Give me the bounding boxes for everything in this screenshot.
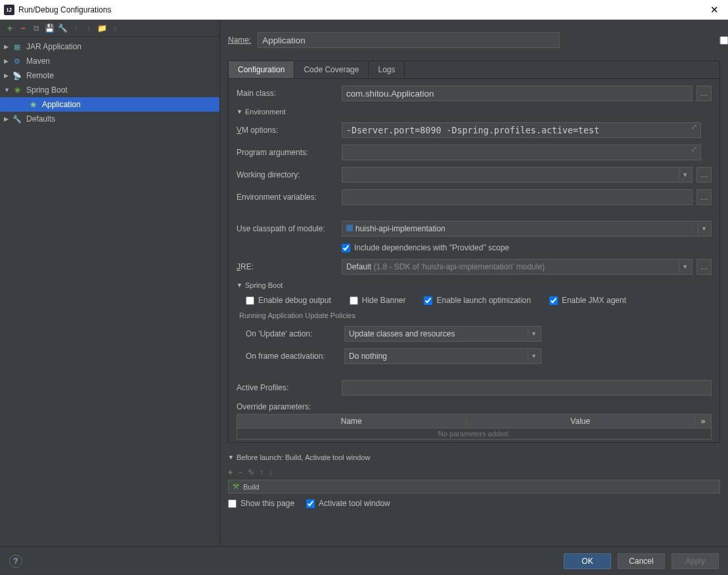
- window-title: Run/Debug Configurations: [18, 5, 705, 14]
- configuration-panel: Main class: … ▼Environment VM options: ⤢…: [228, 78, 720, 443]
- move-down-button[interactable]: ↓: [84, 24, 93, 33]
- remove-config-button[interactable]: −: [18, 24, 28, 33]
- spring-icon: ❀: [28, 99, 38, 110]
- name-label: Name:: [228, 35, 251, 45]
- tree-item-defaults[interactable]: ▶ 🔧 Defaults: [0, 112, 219, 126]
- enable-debug-checkbox[interactable]: Enable debug output: [246, 296, 331, 305]
- wrench-icon: 🔧: [12, 114, 22, 124]
- move-down-task-button[interactable]: ↓: [269, 468, 273, 477]
- tree-item-maven[interactable]: ▶ ⚙ Maven: [0, 54, 219, 68]
- tab-bar: Configuration Code Coverage Logs: [228, 60, 720, 78]
- add-config-button[interactable]: +: [5, 24, 14, 33]
- override-params-label: Override parameters:: [237, 402, 712, 411]
- chevron-down-icon: ▼: [4, 87, 12, 93]
- titlebar: IJ Run/Debug Configurations ✕: [0, 0, 728, 20]
- on-frame-label: On frame deactivation:: [246, 352, 344, 361]
- build-icon: ⚒: [233, 482, 239, 491]
- move-up-task-button[interactable]: ↑: [260, 468, 263, 477]
- tree-label: JAR Application: [26, 42, 81, 51]
- tree-label: Maven: [26, 57, 50, 66]
- browse-working-dir-button[interactable]: …: [696, 167, 712, 183]
- chevron-right-icon: ▶: [4, 58, 12, 64]
- program-args-input[interactable]: [342, 145, 701, 160]
- close-icon[interactable]: ✕: [705, 4, 724, 16]
- active-profiles-input[interactable]: [342, 380, 712, 396]
- on-update-label: On 'Update' action:: [246, 329, 344, 338]
- override-table-header: Name Value »: [237, 414, 712, 428]
- sort-icon[interactable]: ↕: [110, 24, 120, 33]
- on-frame-select[interactable]: Do nothing▼: [344, 348, 541, 364]
- maven-icon: ⚙: [12, 56, 22, 66]
- tree-label: Application: [42, 100, 81, 109]
- config-tree-panel: + − ⧉ 💾 🔧 ↑ ↓ 📁 ↕ ▶ ▦ JAR Application: [0, 20, 220, 546]
- tree-item-jar[interactable]: ▶ ▦ JAR Application: [0, 39, 219, 54]
- spring-icon: ❀: [12, 85, 22, 95]
- chevron-right-icon: ▶: [4, 72, 12, 79]
- jre-select[interactable]: Default (1.8 - SDK of 'huishi-api-implem…: [342, 259, 693, 275]
- apply-button[interactable]: Apply: [671, 553, 719, 569]
- share-checkbox[interactable]: Share: [573, 35, 728, 45]
- vm-options-input[interactable]: [342, 122, 701, 138]
- activate-tool-window-checkbox[interactable]: Activate tool window: [306, 499, 390, 508]
- classpath-select[interactable]: huishi-api-implementation▼: [342, 221, 712, 237]
- tree-label: Spring Boot: [26, 85, 68, 95]
- launch-opt-checkbox[interactable]: Enable launch optimization: [424, 296, 530, 305]
- dialog-footer: ? OK Cancel Apply: [0, 546, 728, 575]
- main-class-label: Main class:: [237, 89, 342, 98]
- tree-label: Defaults: [26, 114, 55, 124]
- copy-config-button[interactable]: ⧉: [32, 24, 41, 33]
- remove-task-button[interactable]: −: [238, 468, 242, 477]
- expand-icon[interactable]: »: [695, 417, 711, 426]
- config-tree[interactable]: ▶ ▦ JAR Application ▶ ⚙ Maven ▶ 📡 Remote: [0, 37, 219, 546]
- build-task-row[interactable]: ⚒ Build: [228, 480, 720, 494]
- include-provided-checkbox[interactable]: Include dependencies with "Provided" sco…: [342, 243, 509, 252]
- wrench-icon[interactable]: 🔧: [58, 24, 67, 33]
- tree-item-remote[interactable]: ▶ 📡 Remote: [0, 68, 219, 83]
- cancel-button[interactable]: Cancel: [618, 553, 665, 569]
- tree-toolbar: + − ⧉ 💾 🔧 ↑ ↓ 📁 ↕: [0, 20, 219, 37]
- browse-main-class-button[interactable]: …: [696, 85, 712, 101]
- program-args-label: Program arguments:: [237, 148, 342, 157]
- config-panel: Name: Share Single instance only Configu…: [220, 20, 728, 546]
- chevron-right-icon: ▶: [4, 43, 12, 50]
- main-class-input[interactable]: [342, 85, 693, 101]
- app-icon: IJ: [4, 5, 14, 15]
- active-profiles-label: Active Profiles:: [237, 383, 342, 392]
- tab-code-coverage[interactable]: Code Coverage: [294, 61, 369, 78]
- tree-item-application[interactable]: ❀ Application: [0, 97, 219, 112]
- tree-label: Remote: [26, 71, 54, 80]
- before-launch-section: ▼Before launch: Build, Activate tool win…: [228, 451, 720, 508]
- tab-logs[interactable]: Logs: [369, 61, 405, 78]
- help-button[interactable]: ?: [9, 555, 22, 568]
- folder-icon[interactable]: 📁: [97, 24, 106, 33]
- ok-button[interactable]: OK: [564, 553, 611, 569]
- chevron-right-icon: ▶: [4, 116, 12, 122]
- browse-env-vars-button[interactable]: …: [696, 189, 712, 205]
- edit-task-button[interactable]: ✎: [248, 468, 254, 477]
- update-policies-header: Running Application Update Policies: [239, 311, 712, 319]
- jmx-agent-checkbox[interactable]: Enable JMX agent: [549, 296, 626, 305]
- add-task-button[interactable]: +: [228, 468, 233, 477]
- tab-configuration[interactable]: Configuration: [229, 61, 294, 78]
- env-vars-input[interactable]: [342, 189, 693, 205]
- jar-icon: ▦: [12, 41, 22, 52]
- hide-banner-checkbox[interactable]: Hide Banner: [350, 296, 406, 305]
- browse-jre-button[interactable]: …: [696, 259, 712, 275]
- env-vars-label: Environment variables:: [237, 193, 342, 202]
- springboot-section[interactable]: ▼Spring Boot: [237, 281, 712, 289]
- vm-options-label: VM options:: [237, 126, 342, 135]
- override-table-empty: No parameters added.: [237, 428, 712, 440]
- classpath-label: Use classpath of module:: [237, 224, 342, 233]
- remote-icon: 📡: [12, 70, 22, 81]
- move-up-button[interactable]: ↑: [71, 24, 80, 33]
- environment-section[interactable]: ▼Environment: [237, 108, 712, 116]
- show-page-checkbox[interactable]: Show this page: [228, 499, 294, 508]
- on-update-select[interactable]: Update classes and resources▼: [344, 326, 541, 342]
- before-launch-header[interactable]: ▼Before launch: Build, Activate tool win…: [228, 453, 720, 461]
- name-input[interactable]: [258, 32, 560, 48]
- jre-label: JRE:: [237, 262, 342, 271]
- tree-item-springboot[interactable]: ▼ ❀ Spring Boot: [0, 83, 219, 97]
- working-dir-select[interactable]: ▼: [342, 167, 693, 183]
- working-dir-label: Working directory:: [237, 170, 342, 179]
- save-config-button[interactable]: 💾: [45, 24, 54, 33]
